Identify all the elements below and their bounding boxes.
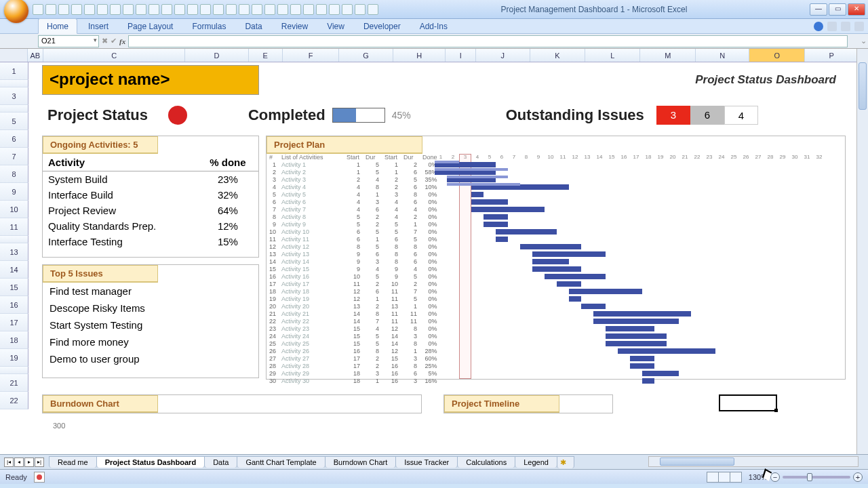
col-header[interactable]: P — [805, 49, 859, 62]
ribbon-tab-developer[interactable]: Developer — [355, 19, 409, 33]
prev-tab-icon[interactable]: ◂ — [14, 458, 24, 467]
col-header[interactable]: C — [43, 49, 185, 62]
save-icon[interactable] — [33, 4, 43, 15]
restore-doc-icon[interactable] — [841, 22, 850, 31]
ribbon-tab-data[interactable]: Data — [237, 19, 270, 33]
col-header[interactable]: I — [446, 49, 476, 62]
zoom-knob[interactable] — [807, 473, 812, 481]
qat-icon[interactable] — [174, 4, 185, 15]
fx-icon[interactable]: fx — [119, 37, 125, 45]
minimize-button[interactable]: — — [810, 3, 827, 16]
row-header[interactable]: 14 — [0, 261, 28, 279]
qat-icon[interactable] — [149, 4, 159, 15]
next-tab-icon[interactable]: ▸ — [24, 458, 34, 467]
row-header[interactable] — [0, 367, 28, 374]
expand-formula-icon[interactable]: ⌄ — [859, 37, 868, 45]
col-header[interactable]: N — [696, 49, 750, 62]
qat-icon[interactable] — [368, 4, 378, 15]
col-header[interactable]: G — [339, 49, 393, 62]
qat-icon[interactable] — [110, 4, 121, 15]
col-header[interactable]: H — [393, 49, 446, 62]
qat-icon[interactable] — [239, 4, 250, 15]
first-tab-icon[interactable]: |◂ — [4, 458, 14, 467]
qat-icon[interactable] — [290, 4, 301, 15]
row-header[interactable]: 11 — [0, 218, 28, 236]
col-header[interactable]: M — [640, 49, 695, 62]
col-header[interactable]: L — [585, 49, 640, 62]
maximize-button[interactable]: ▭ — [829, 3, 846, 16]
zoom-in-icon[interactable]: + — [853, 472, 863, 482]
row-header[interactable]: 18 — [0, 331, 28, 349]
col-header[interactable]: D — [185, 49, 248, 62]
horizontal-scrollbar[interactable] — [648, 456, 859, 467]
row-header[interactable]: 15 — [0, 279, 28, 296]
zoom-level[interactable]: 130% — [749, 473, 768, 481]
project-plan-panel[interactable]: Project Plan #List of ActivitiesStartDur… — [266, 136, 846, 380]
qat-icon[interactable] — [252, 4, 262, 15]
cancel-icon[interactable]: ✖ — [102, 37, 108, 45]
qat-icon[interactable] — [355, 4, 366, 15]
sheet-tab[interactable]: Issue Tracker — [395, 456, 458, 468]
ribbon-tab-view[interactable]: View — [319, 19, 353, 33]
row-header[interactable]: 22 — [0, 392, 28, 409]
undo-icon[interactable] — [45, 4, 56, 15]
zoom-out-icon[interactable]: − — [770, 472, 780, 482]
qat-icon[interactable] — [187, 4, 198, 15]
sheet-tab[interactable]: Burndown Chart — [325, 456, 397, 468]
qat-icon[interactable] — [264, 4, 275, 15]
qat-icon[interactable] — [303, 4, 314, 15]
row-header[interactable] — [0, 236, 28, 243]
gantt-chart[interactable]: #List of ActivitiesStartDurStartDurDone1… — [267, 154, 845, 379]
row-header[interactable] — [0, 80, 28, 87]
qat-icon[interactable] — [316, 4, 327, 15]
row-header[interactable]: 1 — [0, 62, 28, 80]
qat-icon[interactable] — [161, 4, 172, 15]
office-button[interactable] — [4, 0, 28, 23]
qat-icon[interactable] — [342, 4, 353, 15]
close-button[interactable]: ✕ — [848, 3, 865, 16]
qat-icon[interactable] — [84, 4, 95, 15]
ribbon-tab-home[interactable]: Home — [38, 18, 77, 34]
qat-icon[interactable] — [200, 4, 211, 15]
close-doc-icon[interactable] — [854, 22, 864, 31]
qat-icon[interactable] — [329, 4, 340, 15]
sheet-tab[interactable]: Read me — [49, 456, 97, 468]
col-header[interactable]: E — [249, 49, 283, 62]
redo-icon[interactable] — [58, 4, 69, 15]
help-icon[interactable] — [814, 22, 823, 31]
name-box[interactable]: O21 — [38, 35, 99, 47]
row-header[interactable]: 21 — [0, 374, 28, 392]
row-header[interactable]: 5 — [0, 113, 28, 130]
qat-icon[interactable] — [226, 4, 237, 15]
col-header[interactable]: F — [283, 49, 339, 62]
scroll-thumb[interactable] — [859, 62, 867, 110]
row-header[interactable]: 6 — [0, 130, 28, 148]
page-layout-view-icon[interactable] — [718, 472, 730, 483]
new-sheet-tab[interactable]: ✱ — [557, 456, 574, 468]
col-header[interactable]: J — [476, 49, 530, 62]
row-header[interactable]: 8 — [0, 165, 28, 183]
row-header[interactable]: 9 — [0, 183, 28, 201]
sheet-tab[interactable]: Calculations — [457, 456, 515, 468]
qat-icon[interactable] — [71, 4, 82, 15]
zoom-slider[interactable] — [783, 476, 850, 479]
select-all-corner[interactable] — [0, 49, 28, 62]
normal-view-icon[interactable] — [707, 472, 719, 483]
minimize-doc-icon[interactable] — [827, 22, 837, 31]
hscroll-thumb[interactable] — [660, 458, 734, 466]
col-header[interactable]: K — [530, 49, 585, 62]
project-name-cell[interactable]: <project name> — [42, 65, 259, 95]
ribbon-tab-add-ins[interactable]: Add-Ins — [412, 19, 456, 33]
row-header[interactable]: 13 — [0, 243, 28, 261]
qat-icon[interactable] — [277, 4, 288, 15]
row-header[interactable] — [0, 105, 28, 113]
ribbon-tab-insert[interactable]: Insert — [80, 19, 117, 33]
col-header[interactable]: O — [749, 49, 804, 62]
formula-input[interactable] — [128, 35, 848, 47]
ribbon-tab-page-layout[interactable]: Page Layout — [119, 19, 181, 33]
macro-record-icon[interactable] — [34, 472, 45, 483]
qat-icon[interactable] — [97, 4, 108, 15]
ribbon-tab-review[interactable]: Review — [273, 19, 316, 33]
qat-icon[interactable] — [213, 4, 224, 15]
qat-icon[interactable] — [123, 4, 134, 15]
